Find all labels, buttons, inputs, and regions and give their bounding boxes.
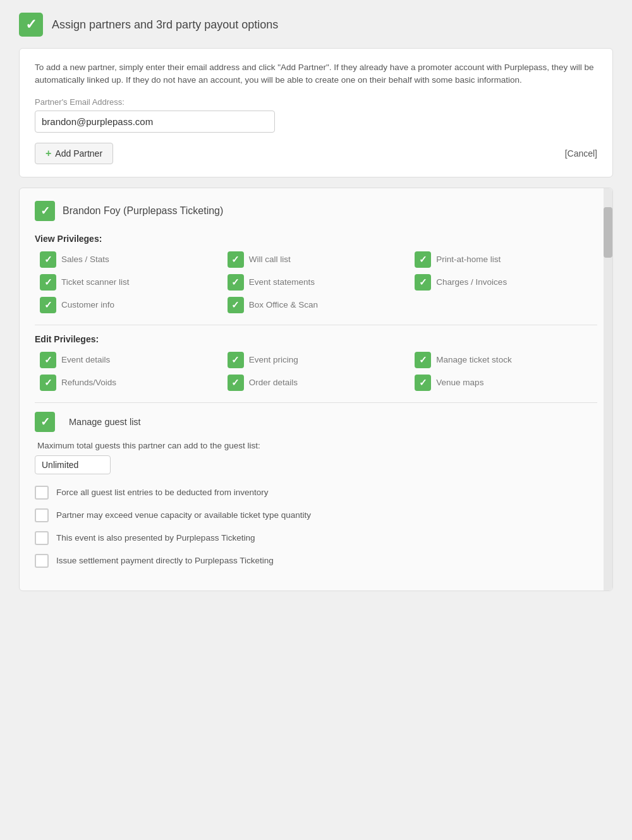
check-icon: ✓ (419, 254, 427, 265)
partner-name: Brandon Foy (Purplepass Ticketing) (63, 205, 223, 217)
max-guests-label: Maximum total guests this partner can ad… (37, 441, 597, 450)
check-icon: ✓ (44, 277, 52, 288)
privilege-label-customer-info: Customer info (61, 300, 114, 309)
page-wrapper: ✓ Assign partners and 3rd party payout o… (19, 13, 613, 591)
page-title: Assign partners and 3rd party payout opt… (52, 18, 278, 32)
info-text: To add a new partner, simply enter their… (35, 61, 597, 87)
view-privileges-title: View Privileges: (35, 234, 597, 244)
view-privileges-section: View Privileges: ✓ Sales / Stats ✓ Will … (35, 234, 597, 313)
guest-list-checkmark-icon: ✓ (40, 415, 50, 429)
force-deduct-checkbox[interactable] (35, 486, 49, 500)
partner-header: ✓ Brandon Foy (Purplepass Ticketing) (35, 201, 597, 221)
privilege-label-sales: Sales / Stats (61, 255, 109, 264)
presented-by-checkbox[interactable] (35, 531, 49, 545)
privilege-label-ticket-stock: Manage ticket stock (436, 355, 511, 364)
privilege-checkbox-event-details[interactable]: ✓ (40, 352, 56, 368)
check-icon: ✓ (419, 277, 427, 288)
privilege-refunds-voids: ✓ Refunds/Voids (40, 375, 222, 391)
check-icon: ✓ (231, 377, 240, 388)
partner-checkmark-icon: ✓ (40, 204, 50, 218)
force-deduct-option: Force all guest list entries to be deduc… (35, 486, 597, 500)
privilege-checkbox-event-pricing[interactable]: ✓ (228, 352, 244, 368)
privilege-venue-maps: ✓ Venue maps (415, 375, 597, 391)
privilege-checkbox-sales[interactable]: ✓ (40, 251, 56, 268)
privilege-order-details: ✓ Order details (228, 375, 410, 391)
check-icon: ✓ (231, 354, 240, 366)
privilege-box-office: ✓ Box Office & Scan (228, 297, 410, 313)
check-icon: ✓ (231, 254, 240, 265)
check-icon: ✓ (419, 377, 427, 388)
partner-checkbox[interactable]: ✓ (35, 201, 55, 221)
check-icon: ✓ (231, 299, 240, 311)
check-icon: ✓ (44, 254, 52, 265)
privilege-label-charges: Charges / Invoices (436, 277, 507, 287)
privilege-checkbox-order-details[interactable]: ✓ (228, 375, 244, 391)
guest-list-header: ✓ Manage guest list (35, 412, 597, 432)
scrollbar-thumb[interactable] (604, 207, 612, 258)
privilege-checkbox-charges[interactable]: ✓ (415, 274, 431, 291)
privilege-sales-stats: ✓ Sales / Stats (40, 251, 222, 268)
cancel-link[interactable]: [Cancel] (565, 148, 597, 159)
divider (35, 325, 597, 325)
exceed-capacity-label: Partner may exceed venue capacity or ava… (56, 510, 311, 520)
settlement-payment-option: Issue settlement payment directly to Pur… (35, 554, 597, 568)
privilege-checkbox-print-home[interactable]: ✓ (415, 251, 431, 268)
guest-list-section: ✓ Manage guest list Maximum total guests… (35, 412, 597, 568)
check-icon: ✓ (231, 277, 240, 288)
guest-list-checkbox[interactable]: ✓ (35, 412, 55, 432)
privilege-label-box-office: Box Office & Scan (249, 300, 318, 309)
check-icon: ✓ (44, 377, 52, 388)
settlement-payment-label: Issue settlement payment directly to Pur… (56, 556, 274, 565)
privilege-charges-invoices: ✓ Charges / Invoices (415, 274, 597, 291)
privilege-checkbox-will-call[interactable]: ✓ (228, 251, 244, 268)
view-privileges-grid: ✓ Sales / Stats ✓ Will call list ✓ Print… (40, 251, 597, 313)
privilege-checkbox-ticket-stock[interactable]: ✓ (415, 352, 431, 368)
privilege-manage-ticket-stock: ✓ Manage ticket stock (415, 352, 597, 368)
exceed-capacity-checkbox[interactable] (35, 508, 49, 522)
privilege-checkbox-box-office[interactable]: ✓ (228, 297, 244, 313)
add-partner-button[interactable]: + Add Partner (35, 143, 113, 164)
exceed-capacity-option: Partner may exceed venue capacity or ava… (35, 508, 597, 522)
max-guests-input[interactable] (35, 455, 111, 474)
privilege-label-event-details: Event details (61, 355, 110, 364)
privilege-customer-info: ✓ Customer info (40, 297, 222, 313)
force-deduct-label: Force all guest list entries to be deduc… (56, 488, 268, 497)
privilege-checkbox-refunds[interactable]: ✓ (40, 375, 56, 391)
privilege-label-will-call: Will call list (249, 255, 291, 264)
privilege-ticket-scanner: ✓ Ticket scanner list (40, 274, 222, 291)
privilege-checkbox-ticket-scanner[interactable]: ✓ (40, 274, 56, 291)
email-input[interactable] (35, 111, 275, 133)
edit-privileges-title: Edit Privileges: (35, 334, 597, 344)
presented-by-option: This event is also presented by Purplepa… (35, 531, 597, 545)
email-label: Partner's Email Address: (35, 97, 597, 107)
partner-card: ✓ Brandon Foy (Purplepass Ticketing) Vie… (19, 188, 613, 591)
add-partner-label: Add Partner (55, 148, 102, 159)
privilege-checkbox-event-statements[interactable]: ✓ (228, 274, 244, 291)
privilege-checkbox-venue-maps[interactable]: ✓ (415, 375, 431, 391)
privilege-label-venue-maps: Venue maps (436, 378, 483, 387)
privilege-label-event-pricing: Event pricing (249, 355, 298, 364)
button-row: + Add Partner [Cancel] (35, 143, 597, 164)
header-checkbox[interactable]: ✓ (19, 13, 43, 37)
privilege-event-statements: ✓ Event statements (228, 274, 410, 291)
privilege-label-print-home: Print-at-home list (436, 255, 501, 264)
privilege-label-ticket-scanner: Ticket scanner list (61, 277, 130, 287)
privilege-event-details: ✓ Event details (40, 352, 222, 368)
header-checkmark-icon: ✓ (25, 16, 37, 33)
page-header: ✓ Assign partners and 3rd party payout o… (19, 13, 613, 37)
privilege-will-call: ✓ Will call list (228, 251, 410, 268)
divider-2 (35, 402, 597, 403)
privilege-label-refunds: Refunds/Voids (61, 378, 116, 387)
check-icon: ✓ (44, 299, 52, 311)
presented-by-label: This event is also presented by Purplepa… (56, 533, 255, 543)
edit-privileges-section: Edit Privileges: ✓ Event details ✓ Event… (35, 334, 597, 391)
privilege-print-home: ✓ Print-at-home list (415, 251, 597, 268)
plus-icon: + (46, 148, 51, 159)
add-partner-card: To add a new partner, simply enter their… (19, 48, 613, 177)
privilege-label-order-details: Order details (249, 378, 298, 387)
settlement-payment-checkbox[interactable] (35, 554, 49, 568)
scrollbar[interactable] (604, 188, 612, 591)
privilege-checkbox-customer-info[interactable]: ✓ (40, 297, 56, 313)
privilege-event-pricing: ✓ Event pricing (228, 352, 410, 368)
privilege-label-event-statements: Event statements (249, 277, 315, 287)
